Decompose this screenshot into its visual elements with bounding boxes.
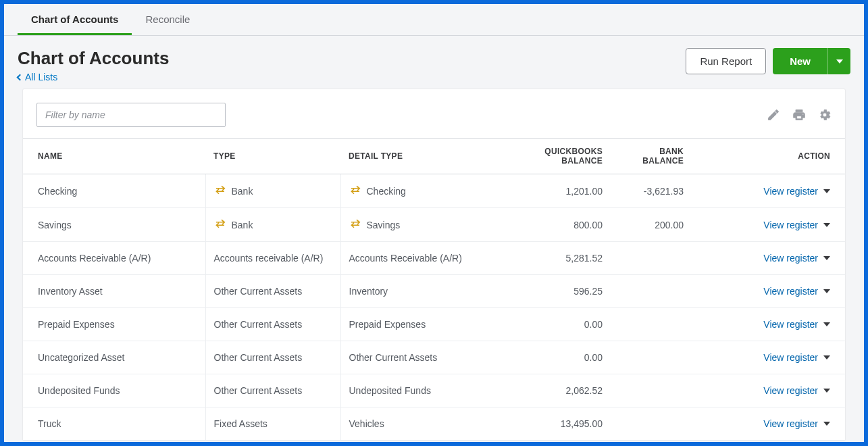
cell-action: View register — [692, 374, 845, 407]
cell-name: Prepaid Expenses — [23, 308, 205, 341]
cell-detail: Checking — [340, 174, 503, 208]
view-register-link[interactable]: View register — [763, 286, 830, 297]
caret-down-icon[interactable] — [823, 223, 830, 227]
caret-down-icon[interactable] — [823, 289, 830, 293]
new-button-group: New — [773, 48, 850, 74]
cell-bank-balance: -3,621.93 — [611, 174, 692, 208]
accounts-table: NAME TYPE DETAIL TYPE QUICKBOOKS BALANCE… — [23, 138, 845, 441]
col-qb-balance[interactable]: QUICKBOOKS BALANCE — [503, 139, 611, 174]
col-bank-balance[interactable]: BANK BALANCE — [611, 139, 692, 174]
caret-down-icon[interactable] — [823, 322, 830, 326]
cell-type: Accounts receivable (A/R) — [205, 242, 340, 275]
chevron-left-icon — [17, 74, 24, 81]
cell-qb-balance: 13,495.00 — [503, 407, 611, 441]
title-area: Chart of Accounts All Lists — [18, 48, 169, 82]
cell-bank-balance — [611, 374, 692, 407]
cell-name: Truck — [23, 407, 205, 441]
cell-action: View register — [692, 407, 845, 441]
cell-action: View register — [692, 308, 845, 341]
cell-type: Other Current Assets — [205, 374, 340, 407]
breadcrumb-label: All Lists — [25, 72, 57, 82]
cell-detail: Vehicles — [340, 407, 503, 441]
new-button[interactable]: New — [773, 48, 827, 74]
cell-action: View register — [692, 242, 845, 275]
cell-type: Fixed Assets — [205, 407, 340, 441]
cell-type: Bank — [205, 208, 340, 242]
tab-chart-of-accounts[interactable]: Chart of Accounts — [18, 4, 132, 35]
pencil-icon[interactable] — [767, 108, 780, 122]
page-title: Chart of Accounts — [18, 48, 169, 69]
print-icon[interactable] — [792, 108, 806, 122]
table-row: Prepaid ExpensesOther Current AssetsPrep… — [23, 308, 845, 341]
cell-qb-balance: 0.00 — [503, 341, 611, 374]
view-register-link[interactable]: View register — [763, 385, 830, 396]
table-row: Inventory AssetOther Current AssetsInven… — [23, 275, 845, 308]
gear-icon[interactable] — [818, 108, 832, 122]
cell-name: Uncategorized Asset — [23, 341, 205, 374]
cell-bank-balance — [611, 341, 692, 374]
cell-bank-balance — [611, 407, 692, 441]
cell-type: Other Current Assets — [205, 341, 340, 374]
caret-down-icon[interactable] — [823, 256, 830, 260]
transfer-icon — [349, 219, 361, 230]
transfer-icon — [349, 185, 361, 197]
cell-action: View register — [692, 341, 845, 374]
filter-input[interactable] — [36, 103, 226, 127]
view-register-link[interactable]: View register — [763, 418, 830, 429]
view-register-link[interactable]: View register — [763, 186, 830, 197]
table-row: TruckFixed AssetsVehicles13,495.00View r… — [23, 407, 845, 441]
cell-detail: Undeposited Funds — [340, 374, 503, 407]
cell-type: Other Current Assets — [205, 308, 340, 341]
tab-bar: Chart of Accounts Reconcile — [4, 4, 864, 36]
cell-type: Bank — [205, 174, 340, 208]
col-detail[interactable]: DETAIL TYPE — [340, 139, 503, 174]
cell-qb-balance: 5,281.52 — [503, 242, 611, 275]
cell-qb-balance: 1,201.00 — [503, 174, 611, 208]
accounts-panel: NAME TYPE DETAIL TYPE QUICKBOOKS BALANCE… — [23, 89, 845, 441]
run-report-button[interactable]: Run Report — [686, 48, 766, 74]
caret-down-icon[interactable] — [823, 422, 830, 426]
cell-action: View register — [692, 174, 845, 208]
table-row: Accounts Receivable (A/R)Accounts receiv… — [23, 242, 845, 275]
cell-action: View register — [692, 208, 845, 242]
cell-type: Other Current Assets — [205, 275, 340, 308]
table-header-row: NAME TYPE DETAIL TYPE QUICKBOOKS BALANCE… — [23, 139, 845, 174]
cell-bank-balance: 200.00 — [611, 208, 692, 242]
breadcrumb-all-lists[interactable]: All Lists — [18, 72, 57, 82]
cell-detail: Other Current Assets — [340, 341, 503, 374]
view-register-link[interactable]: View register — [763, 220, 830, 230]
table-row: Uncategorized AssetOther Current AssetsO… — [23, 341, 845, 374]
col-name[interactable]: NAME — [23, 139, 205, 174]
view-register-link[interactable]: View register — [763, 352, 830, 363]
cell-qb-balance: 800.00 — [503, 208, 611, 242]
caret-down-icon — [836, 59, 843, 64]
cell-action: View register — [692, 275, 845, 308]
header-actions: Run Report New — [686, 48, 850, 74]
transfer-icon — [214, 185, 226, 197]
cell-detail: Savings — [340, 208, 503, 242]
view-register-link[interactable]: View register — [763, 319, 830, 330]
cell-name: Accounts Receivable (A/R) — [23, 242, 205, 275]
page-header: Chart of Accounts All Lists Run Report N… — [4, 36, 864, 89]
caret-down-icon[interactable] — [823, 355, 830, 360]
cell-name: Undeposited Funds — [23, 374, 205, 407]
cell-qb-balance: 0.00 — [503, 308, 611, 341]
cell-detail: Inventory — [340, 275, 503, 308]
cell-name: Inventory Asset — [23, 275, 205, 308]
transfer-icon — [214, 219, 226, 230]
caret-down-icon[interactable] — [823, 189, 830, 193]
view-register-link[interactable]: View register — [763, 253, 830, 264]
cell-name: Checking — [23, 174, 205, 208]
cell-detail: Prepaid Expenses — [340, 308, 503, 341]
cell-detail: Accounts Receivable (A/R) — [340, 242, 503, 275]
table-row: SavingsBankSavings800.00200.00View regis… — [23, 208, 845, 242]
table-row: CheckingBankChecking1,201.00-3,621.93Vie… — [23, 174, 845, 208]
caret-down-icon[interactable] — [823, 389, 830, 393]
col-action: ACTION — [692, 139, 845, 174]
col-type[interactable]: TYPE — [205, 139, 340, 174]
tab-reconcile[interactable]: Reconcile — [132, 4, 203, 35]
cell-bank-balance — [611, 308, 692, 341]
new-button-dropdown[interactable] — [827, 48, 850, 74]
cell-bank-balance — [611, 242, 692, 275]
cell-qb-balance: 596.25 — [503, 275, 611, 308]
